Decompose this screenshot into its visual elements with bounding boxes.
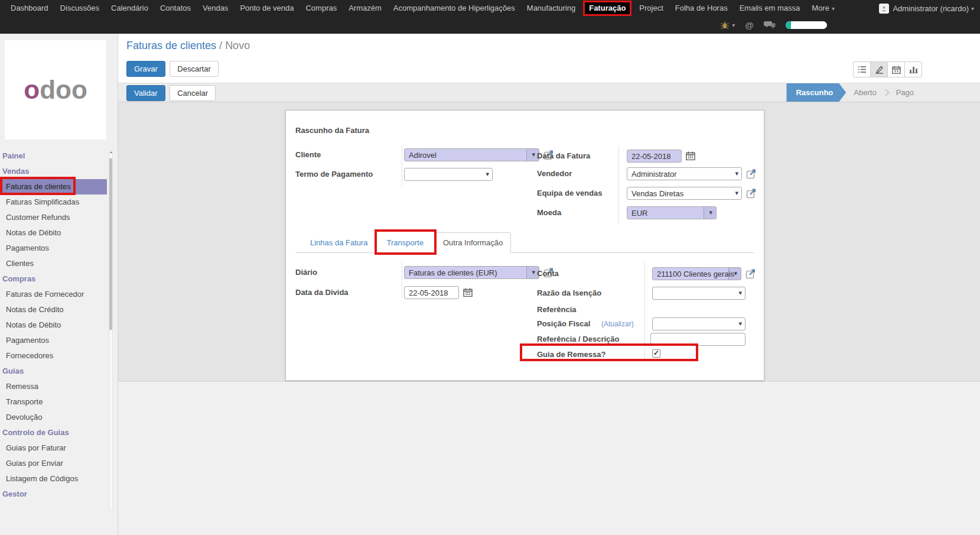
sidebar-item-transporte[interactable]: Transporte (0, 394, 107, 410)
referencia-descricao-input[interactable] (650, 333, 745, 346)
sidebar-item-notas-de-debito-vendas[interactable]: Notas de Débito (0, 225, 107, 241)
sidebar-heading-compras[interactable]: Compras (0, 271, 107, 287)
breadcrumb-faturas-de-clientes[interactable]: Faturas de clientes (126, 40, 216, 51)
razao-isencao-select[interactable] (652, 287, 745, 300)
calendar-icon (686, 151, 695, 160)
sidebar-heading-painel[interactable]: Painel (0, 148, 107, 164)
sidebar-heading-guias[interactable]: Guias (0, 364, 107, 379)
tab-linhas-da-fatura[interactable]: Linhas da Fatura (302, 233, 376, 252)
cliente-select[interactable]: Adirovel (404, 148, 539, 161)
list-view-button[interactable] (853, 61, 871, 77)
data-fatura-calendar-button[interactable] (686, 151, 695, 160)
nav-vendas[interactable]: Vendas (197, 1, 234, 16)
cliente-label: Cliente (295, 150, 321, 159)
nav-folha-de-horas[interactable]: Folha de Horas (669, 1, 734, 16)
external-link-icon (745, 268, 756, 279)
nav-discussoes[interactable]: Discussões (54, 1, 105, 16)
tab-transporte-label: Transporte (387, 238, 424, 247)
save-button[interactable]: Gravar (126, 61, 165, 77)
posicao-fiscal-select[interactable] (652, 317, 745, 330)
nav-ponto-de-venda[interactable]: Ponto de venda (234, 1, 299, 16)
sidebar-heading-controlo-de-guias[interactable]: Controlo de Guias (0, 425, 107, 440)
company-logo-card: odoo (5, 40, 106, 140)
conta-select[interactable]: 211100 Clientes gerais (652, 267, 741, 280)
field-separator (644, 261, 645, 361)
atualizar-link[interactable]: (Atualizar) (601, 320, 634, 328)
mentions-button[interactable]: @ (745, 20, 754, 30)
nav-project[interactable]: Project (633, 1, 669, 16)
sidebar-scrollbar-thumb[interactable] (109, 158, 112, 330)
conta-external-link-button[interactable] (745, 268, 756, 279)
bug-icon (720, 21, 730, 30)
data-divida-calendar-button[interactable] (463, 288, 473, 297)
sidebar-heading-gestor[interactable]: Gestor (0, 487, 107, 502)
sidebar-item-fornecedores[interactable]: Fornecedores (0, 348, 107, 364)
scroll-up-icon[interactable]: ▲ (109, 150, 112, 154)
debug-menu[interactable]: ▾ (720, 21, 735, 30)
termo-pagamento-select[interactable] (404, 168, 493, 181)
sidebar-heading-vendas[interactable]: Vendas (0, 164, 107, 179)
form-view-button[interactable] (870, 61, 888, 77)
validate-button[interactable]: Validar (126, 85, 165, 101)
sidebar-item-devolucao[interactable]: Devolução (0, 410, 107, 425)
tab-transporte[interactable]: Transporte (379, 233, 431, 252)
posicao-fiscal-label: Posição Fiscal (537, 319, 590, 328)
sidebar-item-guias-por-enviar[interactable]: Guias por Enviar (0, 456, 107, 471)
graph-view-button[interactable] (904, 61, 922, 77)
discard-button[interactable]: Descartar (170, 61, 218, 77)
nav-more[interactable]: More▾ (806, 1, 841, 17)
diario-select[interactable]: Faturas de clientes (EUR) (404, 266, 539, 279)
nav-calendario[interactable]: Calendário (105, 1, 154, 16)
sidebar-item-notas-de-debito-compras[interactable]: Notas de Débito (0, 317, 107, 333)
odoo-logo: odoo (24, 75, 87, 105)
messages-button[interactable] (764, 21, 776, 30)
data-fatura-input[interactable]: 22-05-2018 (627, 150, 682, 163)
nav-dashboard[interactable]: Dashboard (5, 1, 54, 16)
sidebar-item-clientes[interactable]: Clientes (0, 256, 107, 271)
invoice-form-sheet: Rascunho da Fatura Cliente Adirovel Term… (285, 110, 764, 381)
sidebar-item-notas-de-credito[interactable]: Notas de Crédito (0, 302, 107, 317)
sidebar-item-pagamentos-compras[interactable]: Pagamentos (0, 333, 107, 348)
nav-faturacao[interactable]: Faturação (583, 1, 631, 16)
nav-contatos[interactable]: Contatos (154, 1, 197, 16)
notebook-tabs: Linhas da Fatura Transporte Outra Inform… (295, 232, 754, 253)
nav-manufacturing[interactable]: Manufacturing (521, 1, 581, 16)
sidebar-item-remessa[interactable]: Remessa (0, 379, 107, 394)
sidebar-item-guias-por-faturar[interactable]: Guias por Faturar (0, 440, 107, 456)
tab-outra-informacao[interactable]: Outra Informação (435, 232, 511, 253)
sidebar-item-faturas-de-clientes[interactable]: Faturas de clientes (0, 179, 107, 194)
action-status-bar: Validar Cancelar Rascunho Aberto Pago (118, 83, 980, 102)
sidebar-item-pagamentos-vendas[interactable]: Pagamentos (0, 241, 107, 256)
odoo-logo-rest: doo (40, 75, 87, 104)
status-step-pago[interactable]: Pago (888, 83, 922, 102)
status-step-rascunho[interactable]: Rascunho (786, 83, 846, 102)
sidebar-scrollbar[interactable]: ▲ (109, 150, 113, 510)
nav-acompanhamento-hiperligacoes[interactable]: Acompanhamento de Hiperligações (388, 1, 521, 16)
sidebar-menu: Painel Vendas Faturas de clientes Fatura… (0, 148, 107, 502)
sidebar-item-faturas-simplificadas[interactable]: Faturas Simplificadas (0, 194, 107, 210)
field-separator (402, 261, 402, 298)
form-title: Rascunho da Fatura (295, 126, 369, 135)
user-menu[interactable]: Administrator (ricardo) ▾ (879, 4, 980, 14)
calendar-view-button[interactable] (887, 61, 905, 77)
vendedor-external-link-button[interactable] (746, 168, 757, 179)
external-link-icon (746, 188, 757, 199)
breadcrumb-separator: / (219, 40, 222, 51)
moeda-select[interactable]: EUR (627, 206, 717, 219)
cancel-button[interactable]: Cancelar (170, 85, 216, 101)
sidebar-item-listagem-de-codigos[interactable]: Listagem de Códigos (0, 471, 107, 487)
save-discard-row: Gravar Descartar (126, 61, 221, 77)
equipa-vendas-external-link-button[interactable] (746, 188, 757, 199)
vendedor-select[interactable]: Administrator (627, 167, 742, 180)
nav-compras[interactable]: Compras (299, 1, 343, 16)
guia-remessa-checkbox[interactable] (652, 349, 660, 358)
equipa-vendas-select[interactable]: Vendas Diretas (627, 187, 742, 200)
sidebar-item-customer-refunds[interactable]: Customer Refunds (0, 210, 107, 225)
nav-emails-em-massa[interactable]: Emails em massa (734, 1, 806, 16)
data-divida-input[interactable]: 22-05-2018 (404, 286, 459, 299)
nav-armazem[interactable]: Armazém (343, 1, 388, 16)
status-step-aberto[interactable]: Aberto (846, 83, 884, 102)
data-divida-label: Data da Divida (295, 288, 349, 297)
sidebar-item-faturas-de-fornecedor[interactable]: Faturas de Fornecedor (0, 287, 107, 302)
chevron-down-icon: ▾ (971, 5, 974, 12)
